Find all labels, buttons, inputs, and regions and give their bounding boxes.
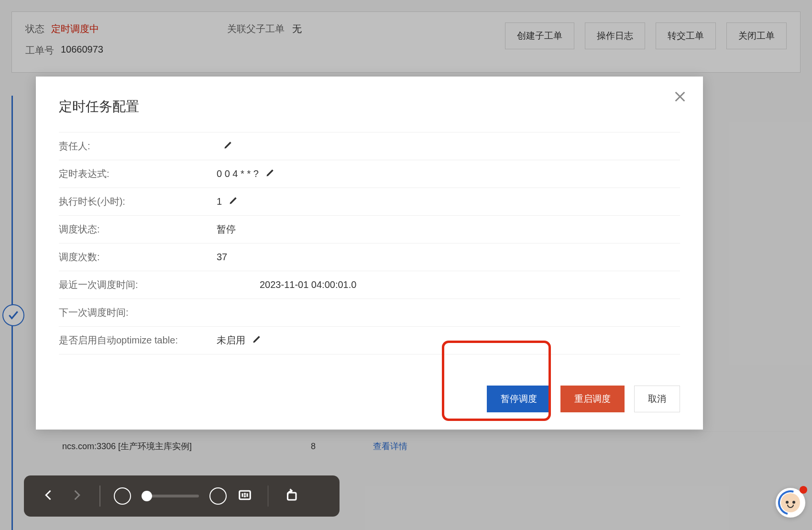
next-schedule-time-row: 下一次调度时间: [59,299,680,327]
owner-row: 责任人: [59,132,680,160]
assistant-face-icon [781,493,800,512]
form-rows: 责任人: 定时表达式: 0 0 4 * * ? 执行时长(小时): 1 [59,132,680,354]
modal-title: 定时任务配置 [59,98,680,116]
relation-label: 关联父子工单 [227,22,285,35]
one-to-one-icon [238,488,252,505]
toolbar-divider [268,486,269,507]
modal-footer: 暂停调度 重启调度 取消 [487,386,680,412]
header-buttons: 创建子工单 操作日志 转交工单 关闭工单 [505,22,787,49]
ticket-label: 工单号 [25,44,54,57]
zoom-slider[interactable] [142,495,199,497]
edit-cron-button[interactable] [265,168,275,180]
auto-optimize-value-wrap: 未启用 [217,334,262,347]
rotate-icon [284,488,298,505]
host-cell: ncs.com:3306 [生产环境主库实例] [62,441,311,452]
ticket-number: 10660973 [61,44,103,57]
edit-duration-button[interactable] [229,196,238,208]
owner-label: 责任人: [59,140,217,153]
check-circle-icon [2,304,24,326]
transfer-ticket-button[interactable]: 转交工单 [656,22,716,49]
assistant-avatar-button[interactable] [776,488,805,518]
close-ticket-button[interactable]: 关闭工单 [726,22,787,49]
scheduled-task-config-modal: 定时任务配置 责任人: 定时表达式: 0 0 4 * * ? [36,77,703,430]
duration-value: 1 [217,196,222,207]
header-mid: 关联父子工单 无 [227,22,409,35]
prev-button[interactable] [39,486,58,506]
svg-point-8 [244,496,245,497]
next-schedule-time-label: 下一次调度时间: [59,306,217,319]
status-label: 状态 [25,22,44,35]
minus-icon [118,491,127,502]
create-sub-ticket-button[interactable]: 创建子工单 [505,22,574,49]
operation-log-button[interactable]: 操作日志 [585,22,645,49]
pencil-icon [265,168,275,180]
cron-value: 0 0 4 * * ? [217,168,259,179]
next-button[interactable] [67,486,86,506]
cancel-button[interactable]: 取消 [634,386,680,412]
schedule-status-value: 暂停 [217,223,236,236]
chevron-right-icon [70,488,83,504]
viewer-toolbar [24,475,340,517]
svg-point-7 [244,493,245,494]
relation-value: 无 [292,22,302,35]
pencil-icon [252,334,262,346]
pencil-icon [229,196,238,208]
schedule-status-label: 调度状态: [59,223,217,236]
schedule-count-label: 调度次数: [59,251,217,264]
edit-owner-button[interactable] [223,140,233,152]
auto-optimize-value: 未启用 [217,334,245,347]
status-value: 定时调度中 [51,22,99,35]
last-schedule-time-label: 最近一次调度时间: [59,278,217,291]
cron-value-wrap: 0 0 4 * * ? [217,168,275,180]
last-schedule-time-row: 最近一次调度时间: 2023-11-01 04:00:01.0 [59,271,680,299]
svg-rect-5 [239,491,250,499]
close-icon [673,90,687,106]
ticket-header-card: 状态 定时调度中 工单号 10660973 关联父子工单 无 创建子工单 操作日… [11,11,801,73]
rotate-button[interactable] [282,486,301,506]
pause-schedule-button[interactable]: 暂停调度 [487,386,551,412]
duration-label: 执行时长(小时): [59,195,217,208]
cron-label: 定时表达式: [59,167,217,180]
count-cell: 8 [311,442,373,452]
edit-auto-optimize-button[interactable] [252,334,262,346]
zoom-in-button[interactable] [209,487,227,505]
chevron-left-icon [42,488,55,504]
duration-value-wrap: 1 [217,196,238,208]
pencil-icon [223,140,233,152]
close-button[interactable] [671,89,689,106]
actual-size-button[interactable] [235,486,254,506]
cron-row: 定时表达式: 0 0 4 * * ? [59,160,680,188]
svg-rect-10 [288,493,296,500]
plus-icon [214,491,222,502]
auto-optimize-row: 是否启用自动optimize table: 未启用 [59,327,680,354]
owner-value-wrap [217,140,233,152]
toolbar-divider [99,486,100,507]
auto-optimize-label: 是否启用自动optimize table: [59,334,217,347]
last-schedule-time-value: 2023-11-01 04:00:01.0 [260,279,356,290]
schedule-count-row: 调度次数: 37 [59,243,680,271]
restart-schedule-button[interactable]: 重启调度 [560,386,625,412]
zoom-out-button[interactable] [114,487,131,505]
schedule-status-row: 调度状态: 暂停 [59,216,680,243]
schedule-count-value: 37 [217,252,227,263]
zoom-controls [114,487,227,505]
duration-row: 执行时长(小时): 1 [59,188,680,216]
zoom-slider-thumb[interactable] [142,491,152,501]
view-details-link[interactable]: 查看详情 [373,441,407,452]
header-left: 状态 定时调度中 工单号 10660973 [25,22,212,66]
table-row: ncs.com:3306 [生产环境主库实例] 8 查看详情 [62,431,801,461]
